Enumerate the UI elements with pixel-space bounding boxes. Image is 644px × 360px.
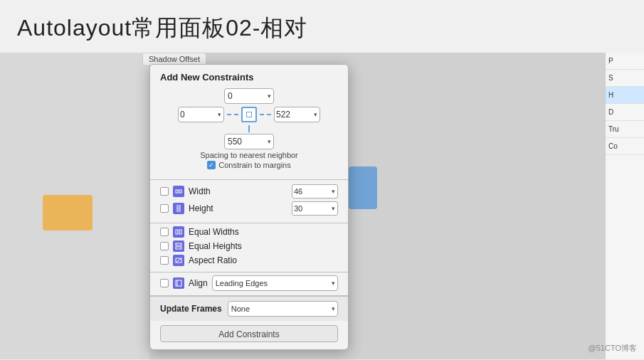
shadow-offset-tab: Shadow Offset	[142, 53, 206, 65]
constrain-margins-label: Constrain to margins	[218, 161, 291, 169]
aspect-ratio-row: Aspect Ratio	[160, 255, 338, 266]
middle-spacing-row: 0 522	[160, 107, 338, 122]
update-frames-select[interactable]: None Items of New Constraints All Frames…	[228, 301, 338, 317]
aspect-ratio-checkbox[interactable]	[160, 256, 169, 265]
align-text-label: Align	[189, 278, 208, 288]
right-panel-row-1: P	[606, 53, 644, 70]
width-select-wrapper: 46	[292, 184, 338, 198]
dashed-vertical-container	[160, 125, 338, 132]
svg-rect-6	[176, 243, 181, 245]
dimension-rows: Width 46 Height	[150, 180, 348, 223]
panel-title: Add New Constraints	[150, 65, 348, 88]
right-panel-row-5: Tru	[606, 121, 644, 138]
watermark: @51CTO博客	[588, 343, 637, 354]
bg-yellow-shape	[43, 195, 93, 231]
equal-heights-checkbox[interactable]	[160, 242, 169, 250]
width-icon	[173, 186, 184, 197]
bottom-spacing-select[interactable]: 550	[224, 134, 274, 149]
width-select[interactable]: 46	[292, 184, 338, 198]
aspect-ratio-icon	[173, 255, 184, 266]
top-spacing-wrapper: 0	[224, 88, 274, 104]
bottom-spacing-wrapper: 550	[224, 134, 274, 149]
spacing-area: 0 0	[150, 88, 348, 179]
equal-widths-checkbox[interactable]	[160, 228, 169, 236]
update-frames-label: Update Frames	[160, 304, 222, 314]
width-checkbox[interactable]	[160, 187, 169, 196]
right-panel-row-3: H	[606, 87, 644, 104]
dashed-line-right	[260, 114, 271, 115]
equal-widths-icon	[173, 226, 184, 238]
constrain-margins-row: Constrain to margins	[160, 161, 338, 169]
equal-heights-row: Equal Heights	[160, 240, 338, 252]
align-icon	[173, 277, 184, 289]
equal-rows: Equal Widths Equal Heights	[150, 223, 348, 272]
top-spacing-row: 0	[160, 88, 338, 104]
align-row: Align Leading Edges Trailing Edges Top E…	[160, 275, 338, 291]
update-frames-row: Update Frames None Items of New Constrai…	[150, 296, 348, 321]
left-spacing-wrapper: 0	[178, 107, 224, 122]
height-icon	[173, 203, 184, 214]
svg-rect-4	[176, 230, 178, 234]
height-row: Height 30	[160, 201, 338, 216]
center-box-inner	[246, 112, 252, 117]
svg-line-9	[176, 258, 181, 263]
equal-heights-label: Equal Heights	[189, 241, 242, 251]
equal-widths-row: Equal Widths	[160, 226, 338, 238]
align-select[interactable]: Leading Edges Trailing Edges Top Edges B…	[212, 275, 338, 291]
nearest-neighbor-text: Spacing to nearest neighbor	[160, 151, 338, 159]
right-panel: P S H D Tru Co	[605, 53, 644, 359]
constraints-panel: Add New Constraints 0 0	[149, 64, 349, 350]
dashed-line-bottom	[248, 125, 250, 132]
width-label: Width	[189, 186, 287, 196]
center-box	[241, 107, 257, 122]
align-checkbox[interactable]	[160, 279, 169, 287]
left-spacing-select[interactable]: 0	[178, 107, 224, 122]
align-select-wrapper: Leading Edges Trailing Edges Top Edges B…	[212, 275, 338, 291]
bottom-spacing-row: 550	[160, 134, 338, 149]
svg-rect-10	[176, 280, 181, 286]
add-constraints-button[interactable]: Add Constraints	[160, 325, 338, 342]
height-label: Height	[189, 203, 287, 213]
align-row-container: Align Leading Edges Trailing Edges Top E…	[150, 272, 348, 295]
right-panel-row-4: D	[606, 104, 644, 121]
height-checkbox[interactable]	[160, 204, 169, 213]
equal-heights-icon	[173, 240, 184, 252]
bg-blue-shape	[349, 166, 377, 209]
top-spacing-select[interactable]: 0	[224, 88, 274, 104]
svg-rect-7	[176, 247, 181, 249]
height-select-wrapper: 30	[292, 201, 338, 216]
right-spacing-wrapper: 522	[274, 107, 320, 122]
right-spacing-select[interactable]: 522	[274, 107, 320, 122]
dashed-line-left	[227, 114, 238, 115]
page-title: Autolayout常用面板02-相对	[0, 0, 644, 53]
height-select[interactable]: 30	[292, 201, 338, 216]
aspect-ratio-label: Aspect Ratio	[189, 255, 237, 265]
update-frames-select-wrapper: None Items of New Constraints All Frames…	[228, 301, 338, 317]
right-panel-row-2: S	[606, 70, 644, 87]
width-row: Width 46	[160, 184, 338, 198]
right-panel-row-6: Co	[606, 138, 644, 155]
constrain-margins-checkbox[interactable]	[207, 161, 216, 169]
content-area: Shadow Offset Add New Constraints 0	[0, 53, 644, 359]
equal-widths-label: Equal Widths	[189, 227, 239, 237]
svg-rect-5	[179, 230, 181, 234]
